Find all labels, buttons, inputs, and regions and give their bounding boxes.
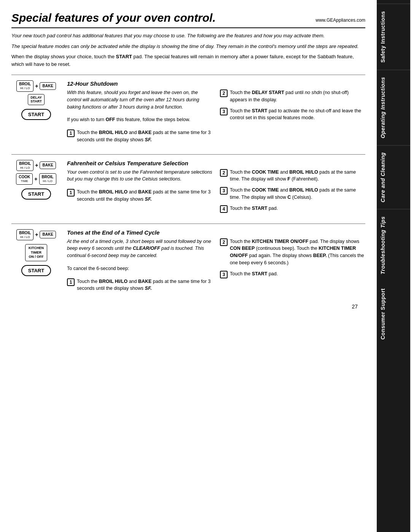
broil-pad-1: BROILHI / LO xyxy=(16,80,33,92)
section-intro-2: Your oven control is set to use the Fahr… xyxy=(67,169,212,183)
step-2-1: 1 Touch the BROIL HI/LO and BAKE pads at… xyxy=(67,189,212,203)
step-num-2-1: 1 xyxy=(67,189,75,197)
section-title-2: Fahrenheit or Celsius Temperature Select… xyxy=(67,160,365,166)
steps-left-3: At the end of a timed cycle, 3 short bee… xyxy=(67,238,212,296)
section-intro-1: With this feature, should you forget and… xyxy=(67,89,212,110)
pad-row-t1: BROILHI / LO + BAKE xyxy=(16,229,56,241)
diagram-hour-shutdown: BROILHI / LO + BAKE DELAYSTART START xyxy=(11,80,61,147)
diagram-tones: BROILHI / LO + BAKE KITCHENTIMERON / OFF… xyxy=(11,229,61,296)
step-num-3-2: 2 xyxy=(220,238,228,246)
website-url: www.GEAppliances.com xyxy=(315,18,365,23)
step-num-2-4: 4 xyxy=(220,205,228,213)
bake-pad-1: BAKE xyxy=(40,82,56,90)
bake-pad-t1: BAKE xyxy=(40,231,56,238)
intro-para2: The special feature modes can only be ac… xyxy=(11,43,365,50)
step-text-3-1: Touch the BROIL HI/LO and BAKE pads at t… xyxy=(77,278,212,292)
plus-icon-f2: + xyxy=(34,176,37,182)
sidebar: Safety Instructions Operating Instructio… xyxy=(377,0,410,532)
sidebar-troubleshooting: Troubleshooting Tips xyxy=(377,209,410,281)
sidebar-safety: Safety Instructions xyxy=(377,4,410,70)
step-num-2-3: 3 xyxy=(220,187,228,195)
plus-icon-1: + xyxy=(35,83,38,89)
start-pad-t: START xyxy=(21,265,51,276)
diagram-fahrenheit: BROILHI / LO + BAKE COOKTIME + BROILHI /… xyxy=(11,160,61,217)
step-2-3: 3 Touch the COOK TIME and BROIL HI/LO pa… xyxy=(220,187,365,201)
steps-right-3: 2 Touch the KITCHEN TIMER ON/OFF pad. Th… xyxy=(220,238,365,296)
pad-row-f1: BROILHI / LO + BAKE xyxy=(16,160,56,171)
step-2-4: 4 Touch the START pad. xyxy=(220,205,365,213)
steps-left-2: Your oven control is set to use the Fahr… xyxy=(67,169,212,217)
steps-columns-2: Your oven control is set to use the Fahr… xyxy=(67,169,365,217)
start-pad-1: START xyxy=(21,109,51,120)
step-num-3-3: 3 xyxy=(220,271,228,278)
page-header: Special features of your oven control. w… xyxy=(11,11,365,28)
step-text-2-4: Touch the START pad. xyxy=(230,205,365,212)
section-title-3: Tones at the End of a Timed Cycle xyxy=(67,229,365,236)
section-title-1: 12-Hour Shutdown xyxy=(67,80,365,87)
steps-columns-3: At the end of a timed cycle, 3 short bee… xyxy=(67,238,365,296)
section-fahrenheit-celsius: BROILHI / LO + BAKE COOKTIME + BROILHI /… xyxy=(11,154,365,217)
content-tones: Tones at the End of a Timed Cycle At the… xyxy=(67,229,365,296)
section-tones: BROILHI / LO + BAKE KITCHENTIMERON / OFF… xyxy=(11,224,365,296)
step-text-1-2: Touch the DELAY START pad until no shdn … xyxy=(230,89,365,104)
plus-icon-f1: + xyxy=(35,162,38,168)
step-text-1-1: Touch the BROIL HI/LO and BAKE pads at t… xyxy=(77,129,212,144)
start-pad-f: START xyxy=(21,189,51,200)
section-intro-3: At the end of a timed cycle, 3 short bee… xyxy=(67,238,212,259)
plus-icon-t1: + xyxy=(35,232,38,238)
section-hour-shutdown: BROILHI / LO + BAKE DELAYSTART START 12-… xyxy=(11,75,365,147)
intro-para3: When the display shows your choice, touc… xyxy=(11,53,365,68)
step-1-1: 1 Touch the BROIL HI/LO and BAKE pads at… xyxy=(67,129,212,144)
step-num-3-1: 1 xyxy=(67,278,75,286)
cook-time-pad: COOKTIME xyxy=(16,173,33,185)
step-2-2: 2 Touch the COOK TIME and BROIL HI/LO pa… xyxy=(220,169,365,183)
page-number: 27 xyxy=(11,304,358,310)
step-num-1-2: 2 xyxy=(220,89,228,97)
step-text-3-2: Touch the KITCHEN TIMER ON/OFF pad. The … xyxy=(230,238,365,267)
step-text-1-3: Touch the START pad to activate the no s… xyxy=(230,107,365,122)
pad-row-f2: COOKTIME + BROILHI / LO xyxy=(16,173,56,185)
delay-start-pad: DELAYSTART xyxy=(28,94,45,105)
step-1-2: 2 Touch the DELAY START pad until no shd… xyxy=(220,89,365,104)
page-title: Special features of your oven control. xyxy=(11,11,216,24)
content-fahrenheit: Fahrenheit or Celsius Temperature Select… xyxy=(67,160,365,217)
cancel-text: To cancel the 6-second beep: xyxy=(67,265,212,272)
pad-row-1: BROILHI / LO + BAKE xyxy=(16,80,56,92)
broil-pad-f2: BROILHI / LO xyxy=(39,173,56,185)
kitchen-timer-pad: KITCHENTIMERON / OFF xyxy=(25,244,47,261)
broil-pad-t1: BROILHI / LO xyxy=(16,229,33,241)
section-off-text: If you wish to turn OFF this feature, fo… xyxy=(67,116,212,123)
step-3-3: 3 Touch the START pad. xyxy=(220,270,365,278)
step-text-2-2: Touch the COOK TIME and BROIL HI/LO pads… xyxy=(230,169,365,183)
steps-columns-1: With this feature, should you forget and… xyxy=(67,89,365,147)
content-hour-shutdown: 12-Hour Shutdown With this feature, shou… xyxy=(67,80,365,147)
intro-para1: Your new touch pad control has additiona… xyxy=(11,32,365,40)
sidebar-consumer: Consumer Support xyxy=(377,281,410,347)
steps-right-2: 2 Touch the COOK TIME and BROIL HI/LO pa… xyxy=(220,169,365,217)
step-3-1: 1 Touch the BROIL HI/LO and BAKE pads at… xyxy=(67,278,212,292)
steps-left-1: With this feature, should you forget and… xyxy=(67,89,212,147)
step-num-1-3: 3 xyxy=(220,108,228,115)
step-num-2-2: 2 xyxy=(220,169,228,177)
step-3-2: 2 Touch the KITCHEN TIMER ON/OFF pad. Th… xyxy=(220,238,365,267)
sidebar-care: Care and Cleaning xyxy=(377,145,410,209)
steps-right-1: 2 Touch the DELAY START pad until no shd… xyxy=(220,89,365,147)
step-1-3: 3 Touch the START pad to activate the no… xyxy=(220,107,365,122)
bake-pad-f1: BAKE xyxy=(40,161,56,169)
step-text-2-3: Touch the COOK TIME and BROIL HI/LO pads… xyxy=(230,187,365,201)
step-text-3-3: Touch the START pad. xyxy=(230,270,365,278)
sidebar-operating: Operating Instructions xyxy=(377,70,410,145)
broil-pad-f1: BROILHI / LO xyxy=(16,160,33,171)
step-text-2-1: Touch the BROIL HI/LO and BAKE pads at t… xyxy=(77,189,212,203)
step-num-1-1: 1 xyxy=(67,129,75,137)
